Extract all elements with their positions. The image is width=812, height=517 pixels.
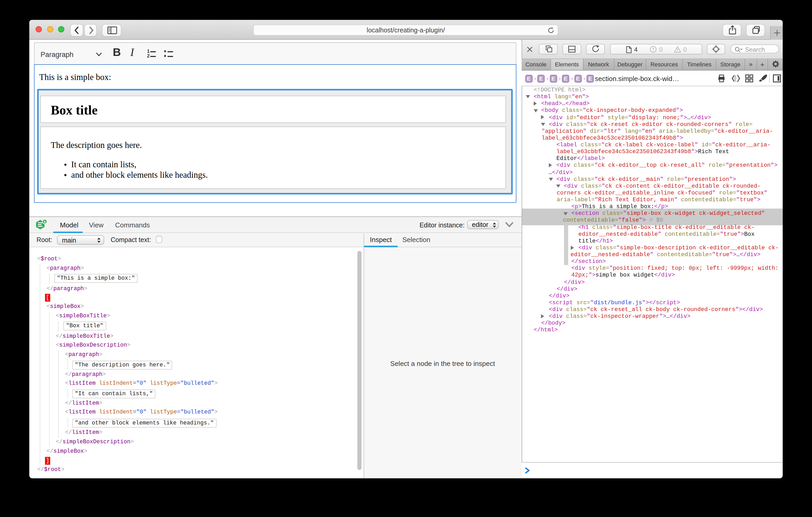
svg-text:5: 5 [44, 220, 46, 224]
